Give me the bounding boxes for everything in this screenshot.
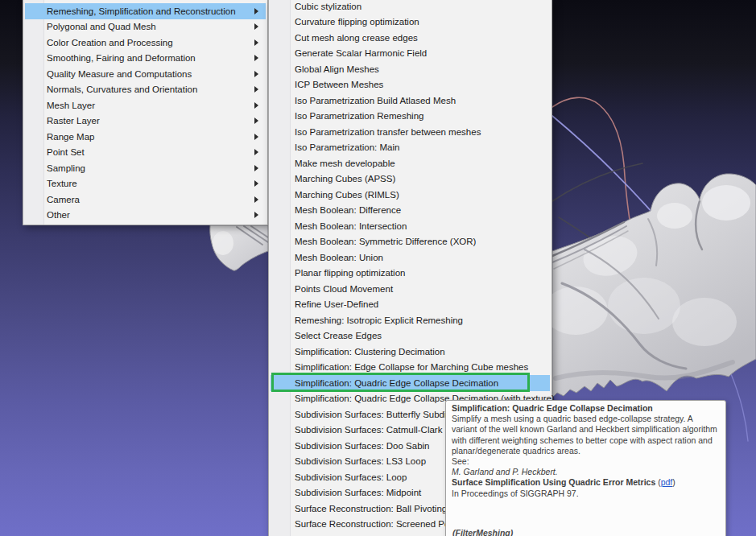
submenu-arrow-icon — [254, 102, 258, 109]
submenu-item[interactable]: Simplification: Quadric Edge Collapse De… — [271, 375, 550, 391]
filters-menu-item[interactable]: Remeshing, Simplification and Reconstruc… — [25, 3, 266, 19]
menu-item-label: Smoothing, Fairing and Deformation — [47, 53, 196, 63]
submenu-item[interactable]: Make mesh developable — [271, 155, 550, 171]
menu-item-label: Cut mesh along crease edges — [295, 33, 418, 43]
submenu-item[interactable]: Cut mesh along crease edges — [271, 30, 550, 46]
filters-menu-item[interactable]: Quality Measure and Computations — [25, 66, 266, 82]
menu-item-label: Curvature flipping optimization — [295, 17, 419, 27]
menu-item-label: Remeshing, Simplification and Reconstruc… — [47, 6, 236, 16]
submenu-item[interactable]: Curvature flipping optimization — [271, 14, 550, 31]
tooltip-see-label: See: — [452, 456, 720, 467]
submenu-item[interactable]: Global Align Meshes — [271, 61, 550, 77]
filters-menu-item[interactable]: Texture — [25, 176, 266, 192]
filters-menu-item[interactable]: Polygonal and Quad Mesh — [25, 19, 266, 35]
tooltip-description: Simplify a mesh using a quadric based ed… — [452, 414, 720, 456]
meshlab-window: Remeshing, Simplification and Reconstruc… — [0, 0, 756, 536]
submenu-item[interactable]: Marching Cubes (RIMLS) — [271, 187, 550, 203]
filters-menu-item[interactable]: Color Creation and Processing — [25, 35, 266, 51]
menu-item-label: Iso Parametrization Build Atlased Mesh — [295, 96, 456, 105]
menu-item-label: Iso Parametrization: Main — [295, 142, 399, 152]
submenu-item[interactable]: Planar flipping optimization — [271, 266, 550, 282]
filters-menu-items: Remeshing, Simplification and Reconstruc… — [23, 0, 267, 223]
menu-item-label: ICP Between Meshes — [295, 80, 383, 89]
menu-item-label: Color Creation and Processing — [47, 38, 173, 47]
submenu-item[interactable]: Iso Parametrization Build Atlased Mesh — [271, 93, 550, 109]
paren-close: ) — [672, 477, 675, 487]
submenu-arrow-icon — [254, 134, 258, 140]
menu-item-label: Planar flipping optimization — [295, 268, 405, 278]
submenu-arrow-icon — [254, 165, 258, 171]
filters-menu-item[interactable]: Mesh Layer — [25, 97, 266, 113]
menu-item-label: Subdivision Surfaces: LS3 Loop — [295, 456, 426, 466]
filter-tooltip: Simplification: Quadric Edge Collapse De… — [445, 400, 726, 536]
submenu-arrow-icon — [254, 39, 258, 46]
menu-item-label: Subdivision Surfaces: Midpoint — [295, 488, 421, 497]
tooltip-paper-title: Surface Simplification Using Quadric Err… — [452, 477, 655, 487]
menu-item-label: Range Map — [47, 132, 94, 142]
trackball-circle-blue — [552, 116, 659, 220]
filters-menu-item[interactable]: Sampling — [25, 160, 266, 176]
filters-menu-item[interactable]: Camera — [25, 192, 266, 208]
menu-item-label: Subdivision Surfaces: Butterfly Subdivis… — [295, 410, 470, 419]
submenu-item[interactable]: Iso Parametrization: Main — [271, 140, 550, 156]
submenu-item[interactable]: Iso Parametrization transfer between mes… — [271, 124, 550, 140]
menu-item-label: Camera — [47, 195, 80, 204]
submenu-item[interactable]: Mesh Boolean: Symmetric Difference (XOR) — [271, 234, 550, 250]
filters-menu-item[interactable]: Range Map — [25, 129, 266, 145]
submenu-item[interactable]: ICP Between Meshes — [271, 77, 550, 93]
submenu-item[interactable]: Iso Parametrization Remeshing — [271, 109, 550, 125]
menu-item-label: Subdivision Surfaces: Doo Sabin — [295, 441, 430, 451]
tooltip-reference: Surface Simplification Using Quadric Err… — [452, 477, 720, 488]
submenu-item[interactable]: Refine User-Defined — [271, 297, 550, 313]
menu-item-label: Raster Layer — [47, 116, 100, 126]
menu-item-label: Iso Parametrization transfer between mes… — [295, 127, 481, 137]
submenu-arrow-icon — [254, 55, 258, 61]
filters-menu-item[interactable]: Point Set — [25, 145, 266, 161]
menu-item-label: Texture — [47, 179, 77, 188]
submenu-arrow-icon — [254, 118, 258, 124]
menu-item-label: Points Cloud Movement — [295, 284, 393, 294]
menu-item-label: Iso Parametrization Remeshing — [295, 111, 423, 121]
menu-item-label: Cubic stylization — [295, 2, 361, 11]
menu-item-label: Refine User-Defined — [295, 299, 378, 309]
submenu-arrow-icon — [254, 86, 258, 93]
pdf-link[interactable]: pdf — [661, 477, 673, 487]
submenu-item[interactable]: Simplification: Clustering Decimation — [271, 344, 550, 360]
trackball-circle-red — [552, 97, 633, 238]
trackball-circle-blue-lower — [729, 370, 748, 441]
tooltip-title: Simplification: Quadric Edge Collapse De… — [452, 403, 720, 414]
filters-menu-item[interactable]: Smoothing, Fairing and Deformation — [25, 51, 266, 67]
submenu-arrow-icon — [254, 180, 258, 187]
filters-menu-item[interactable]: Raster Layer — [25, 113, 266, 130]
filters-menu-item[interactable]: Other — [25, 208, 266, 224]
submenu-item[interactable]: Select Crease Edges — [271, 328, 550, 344]
menu-item-label: Marching Cubes (RIMLS) — [295, 190, 399, 200]
menu-item-label: Select Crease Edges — [295, 331, 382, 340]
menu-item-label: Make mesh developable — [295, 159, 395, 168]
menu-item-label: Mesh Boolean: Intersection — [295, 221, 407, 231]
submenu-item[interactable]: Cubic stylization — [271, 0, 550, 14]
menu-item-label: Mesh Layer — [47, 101, 95, 110]
mesh-model — [543, 174, 756, 398]
submenu-item[interactable]: Marching Cubes (APSS) — [271, 171, 550, 188]
menu-item-label: Mesh Boolean: Union — [295, 253, 383, 262]
submenu-item[interactable]: Points Cloud Movement — [271, 281, 550, 297]
submenu-arrow-icon — [254, 196, 258, 203]
menu-item-label: Normals, Curvatures and Orientation — [47, 85, 197, 94]
mesh-fragment — [210, 225, 268, 270]
menu-item-label: Quality Measure and Computations — [47, 69, 192, 79]
tooltip-authors: M. Garland and P. Heckbert. — [452, 467, 720, 477]
submenu-item[interactable]: Mesh Boolean: Intersection — [271, 218, 550, 234]
submenu-item[interactable]: Mesh Boolean: Difference — [271, 203, 550, 219]
submenu-item[interactable]: Mesh Boolean: Union — [271, 249, 550, 266]
filters-menu: Remeshing, Simplification and Reconstruc… — [23, 0, 268, 225]
tooltip-plugin-name: (FilterMeshing) — [452, 528, 513, 536]
filters-menu-item[interactable]: Normals, Curvatures and Orientation — [25, 82, 266, 98]
submenu-item[interactable]: Simplification: Edge Collapse for Marchi… — [271, 360, 550, 376]
menu-item-label: Mesh Boolean: Symmetric Difference (XOR) — [295, 237, 476, 246]
submenu-item[interactable]: Generate Scalar Harmonic Field — [271, 46, 550, 62]
submenu-item[interactable]: Remeshing: Isotropic Explicit Remeshing — [271, 312, 550, 328]
submenu-arrow-icon — [254, 212, 258, 218]
tooltip-proceedings: In Proceedings of SIGGRAPH 97. — [452, 489, 720, 499]
trackball-circle-dark-upper — [552, 163, 642, 201]
